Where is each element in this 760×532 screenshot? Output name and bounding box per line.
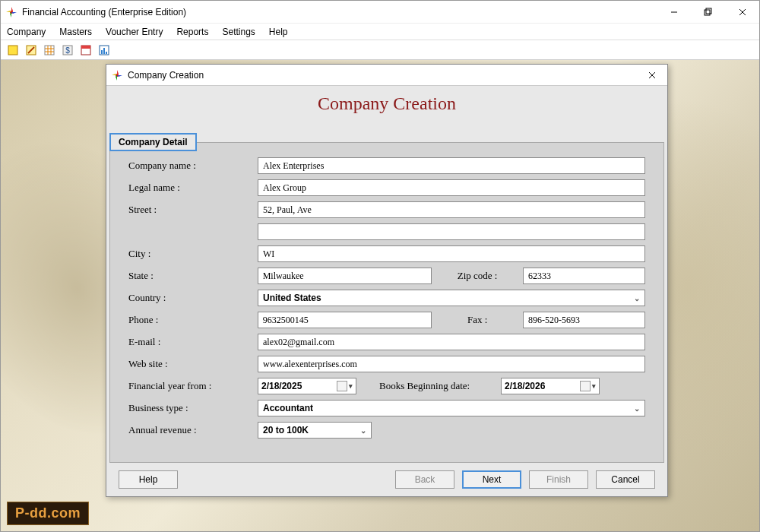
cancel-button[interactable]: Cancel [596,470,655,489]
label-business-type: Business type : [128,402,258,414]
fin-year-date[interactable]: 2/18/2025 ▾ [258,378,356,394]
label-fin-year: Financial year from : [128,380,258,392]
next-button[interactable]: Next [462,470,521,489]
label-state: State : [128,270,258,282]
dialog-body: Company Creation Company Detail Company … [106,86,667,496]
country-select[interactable]: United States ⌄ [258,290,645,306]
finish-button[interactable]: Finish [529,470,588,489]
label-country: Country : [128,292,258,304]
svg-rect-3 [706,8,711,14]
calendar-icon [580,381,591,391]
menu-help[interactable]: Help [269,27,288,37]
label-company-name: Company name : [128,160,258,172]
menubar: Company Masters Voucher Entry Reports Se… [1,24,759,40]
toolbar: $ [1,40,759,60]
label-legal-name: Legal name : [128,182,258,194]
books-date-value: 2/18/2026 [505,381,545,391]
watermark: P-dd.com [7,502,89,525]
label-phone: Phone : [128,314,258,326]
svg-rect-21 [106,52,107,54]
main-window: Financial Accounting (Enterprise Edition… [0,0,760,532]
toolbar-grid-icon[interactable] [42,43,57,58]
minimize-button[interactable] [657,1,691,24]
svg-rect-6 [8,46,17,55]
menu-settings[interactable]: Settings [222,27,255,37]
label-street: Street : [128,204,258,216]
chevron-down-icon: ⌄ [634,404,640,413]
dialog-icon [111,69,123,81]
label-books-date: Books Beginning date: [379,380,501,392]
calendar-icon [337,381,347,391]
chevron-down-icon: ▾ [592,382,596,390]
svg-text:$: $ [65,46,70,55]
label-zip: Zip code : [432,270,523,282]
company-name-input[interactable] [258,157,645,174]
menu-company[interactable]: Company [7,27,46,37]
label-website: Web site : [128,358,258,370]
form-panel: Company name : Legal name : Street : [109,142,664,463]
svg-rect-9 [45,46,54,55]
label-email: E-mail : [128,336,258,348]
street1-input[interactable] [258,201,645,218]
window-controls [657,1,759,24]
main-titlebar: Financial Accounting (Enterprise Edition… [1,1,759,24]
tab-company-detail[interactable]: Company Detail [109,133,197,151]
chevron-down-icon: ⌄ [634,294,640,302]
street2-input[interactable] [258,223,645,240]
zip-input[interactable] [523,268,645,284]
toolbar-ledger-icon[interactable] [78,43,93,58]
menu-voucher-entry[interactable]: Voucher Entry [106,27,163,37]
chevron-down-icon: ▾ [349,382,353,390]
chevron-down-icon: ⌄ [360,426,366,435]
svg-rect-17 [81,46,90,49]
back-button[interactable]: Back [395,470,454,489]
menu-masters[interactable]: Masters [59,27,92,37]
dialog-titlebar: Company Creation [106,65,667,86]
help-button[interactable]: Help [119,470,178,489]
annual-revenue-value: 20 to 100K [263,425,309,435]
dialog-title: Company Creation [128,70,641,81]
maximize-button[interactable] [691,1,725,24]
close-button[interactable] [725,1,759,24]
menu-reports[interactable]: Reports [176,27,208,37]
city-input[interactable] [258,245,645,262]
label-fax: Fax : [432,314,523,326]
state-input[interactable] [258,268,432,284]
company-creation-dialog: Company Creation Company Creation Compan… [106,64,668,497]
svg-rect-19 [101,50,103,54]
fax-input[interactable] [523,312,645,328]
toolbar-edit-icon[interactable] [24,43,39,58]
dialog-button-bar: Help Back Next Finish Cancel [109,466,664,493]
country-value: United States [263,293,321,303]
fin-year-value: 2/18/2025 [261,381,302,391]
svg-rect-2 [705,10,710,15]
content-area: Company Creation Company Creation Compan… [1,60,759,531]
label-city: City : [128,248,258,260]
app-title: Financial Accounting (Enterprise Edition… [22,7,657,17]
website-input[interactable] [258,356,645,372]
email-input[interactable] [258,334,645,350]
books-date[interactable]: 2/18/2026 ▾ [501,378,600,394]
label-annual-revenue: Annual revenue : [128,424,258,436]
annual-revenue-select[interactable]: 20 to 100K ⌄ [258,422,372,439]
toolbar-new-icon[interactable] [5,43,21,58]
business-type-select[interactable]: Accountant ⌄ [258,400,645,416]
legal-name-input[interactable] [258,179,645,196]
dialog-heading: Company Creation [106,86,667,123]
dialog-close-icon[interactable] [641,67,663,84]
app-icon [5,6,17,18]
svg-rect-20 [103,48,105,54]
toolbar-currency-icon[interactable]: $ [60,43,75,58]
toolbar-report-icon[interactable] [97,43,112,58]
phone-input[interactable] [258,312,432,328]
business-type-value: Accountant [263,403,313,413]
